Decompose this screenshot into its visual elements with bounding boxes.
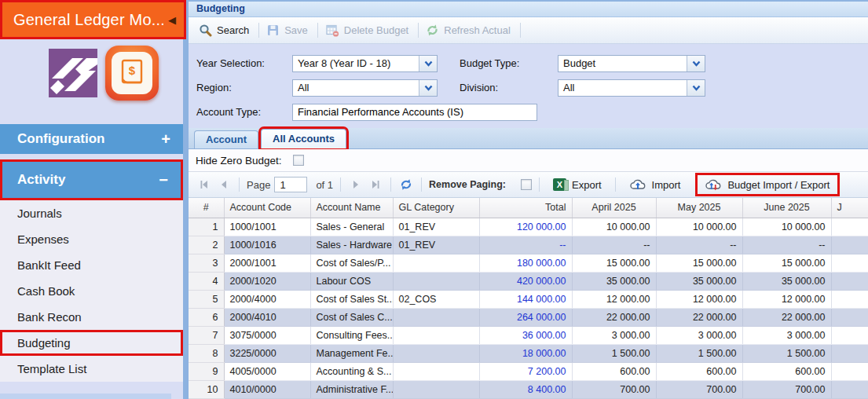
cell-account-code[interactable]: 2000/1001 <box>224 254 310 272</box>
cell-june-2025[interactable]: 600.00 <box>742 362 831 380</box>
cell-account-code[interactable]: 3075/0000 <box>224 326 310 344</box>
tab-all-accounts[interactable]: All Accounts <box>261 129 346 148</box>
cell-gl-category[interactable] <box>393 272 479 290</box>
cell-april-2025[interactable]: 3 000.00 <box>572 326 656 344</box>
cell-may-2025[interactable]: 3 000.00 <box>656 326 742 344</box>
cell-account-code[interactable]: 1000/1001 <box>224 218 310 236</box>
cell-account-code[interactable]: 2000/4000 <box>224 290 310 308</box>
column-header-june-2025[interactable]: June 2025 <box>742 198 831 218</box>
cell-total[interactable]: 8 400.00 <box>479 380 572 398</box>
cell-june-2025[interactable]: 1 500.00 <box>742 344 831 362</box>
cell-july-2025[interactable] <box>831 362 868 380</box>
cell-total[interactable]: 144 000.00 <box>479 290 572 308</box>
cell-june-2025[interactable]: 700.00 <box>742 380 831 398</box>
cell-june-2025[interactable]: 3 000.00 <box>742 326 831 344</box>
cell-april-2025[interactable]: 22 000.00 <box>572 308 656 326</box>
cell-july-2025[interactable] <box>831 326 868 344</box>
column-header-may-2025[interactable]: May 2025 <box>656 198 742 218</box>
column-header-april-2025[interactable]: April 2025 <box>572 198 656 218</box>
cell-may-2025[interactable]: -- <box>656 236 742 254</box>
sidebar-item-template-list[interactable]: Template List <box>0 356 183 382</box>
sidebar-item-bank-recon[interactable]: Bank Recon <box>0 304 183 330</box>
chevron-down-icon[interactable] <box>687 56 705 71</box>
cell-july-2025[interactable] <box>831 272 868 290</box>
company-logo-icon[interactable] <box>49 49 97 97</box>
cell-gl-category[interactable] <box>393 362 479 380</box>
column-header-j[interactable]: J <box>831 198 868 218</box>
cell-account-name[interactable]: Consulting Fees... <box>310 326 393 344</box>
panel-splitter[interactable] <box>183 0 189 399</box>
cell-june-2025[interactable]: 12 000.00 <box>742 290 831 308</box>
table-row[interactable]: 21000/1016Sales - Hardware01_REV-------- <box>189 236 868 254</box>
sidebar-section-configuration[interactable]: Configuration + <box>0 124 183 154</box>
cell-june-2025[interactable]: 22 000.00 <box>742 308 831 326</box>
column-header-gl-category[interactable]: GL Category <box>393 198 479 218</box>
hide-zero-budget-checkbox[interactable] <box>293 155 304 166</box>
table-row[interactable]: 11000/1001Sales - General01_REV120 000.0… <box>189 218 868 236</box>
region-dropdown[interactable]: All <box>292 79 438 97</box>
column-header-account-code[interactable]: Account Code <box>224 198 310 218</box>
chevron-down-icon[interactable] <box>419 80 437 96</box>
cell-account-name[interactable]: Management Fe... <box>310 344 393 362</box>
tab-account[interactable]: Account <box>194 130 258 148</box>
cell-total[interactable]: 7 200.00 <box>479 362 572 380</box>
export-button[interactable]: X Export <box>547 176 608 193</box>
year-selection-dropdown[interactable]: Year 8 (Year ID - 18) <box>292 55 438 72</box>
cell-april-2025[interactable]: 1 500.00 <box>572 344 656 362</box>
cell-gl-category[interactable]: 02_COS <box>393 290 479 308</box>
cell-account-name[interactable]: Accounting & S... <box>310 362 393 380</box>
account-type-input[interactable] <box>292 104 537 121</box>
column-header-account-name[interactable]: Account Name <box>310 198 393 218</box>
table-row[interactable]: 52000/4000Cost of Sales St...02_COS144 0… <box>189 290 868 308</box>
cell-gl-category[interactable]: 01_REV <box>393 218 479 236</box>
sidebar-item-expenses[interactable]: Expenses <box>0 226 183 252</box>
cell-april-2025[interactable]: 35 000.00 <box>572 272 656 290</box>
cell-account-name[interactable]: Cost of Sales C... <box>310 308 393 326</box>
cell-april-2025[interactable]: 600.00 <box>572 362 656 380</box>
cell-account-name[interactable]: Cost of Sales St... <box>310 290 393 308</box>
cell-may-2025[interactable]: 15 000.00 <box>656 254 742 272</box>
cell-july-2025[interactable] <box>831 218 868 236</box>
table-row[interactable]: 94005/0000Accounting & S...7 200.00600.0… <box>189 362 868 380</box>
table-row[interactable]: 62000/4010Cost of Sales C...264 000.0022… <box>189 308 868 326</box>
cell-april-2025[interactable]: 10 000.00 <box>572 218 656 236</box>
cell-april-2025[interactable]: 15 000.00 <box>572 254 656 272</box>
cell-account-code[interactable]: 4005/0000 <box>224 362 310 380</box>
sidebar-item-cash-book[interactable]: Cash Book <box>0 278 183 304</box>
cell-may-2025[interactable]: 600.00 <box>656 362 742 380</box>
column-header-total[interactable]: Total <box>479 198 572 218</box>
cell-june-2025[interactable]: 15 000.00 <box>742 254 831 272</box>
cell-account-code[interactable]: 3225/0000 <box>224 344 310 362</box>
cell-may-2025[interactable]: 700.00 <box>656 380 742 398</box>
prev-page-button[interactable] <box>216 177 232 192</box>
sidebar-item-journals[interactable]: Journals <box>0 200 183 226</box>
cell-june-2025[interactable]: 35 000.00 <box>742 272 831 290</box>
cell-account-code[interactable]: 4010/0000 <box>224 380 310 398</box>
page-number-input[interactable] <box>274 177 307 192</box>
cell-june-2025[interactable]: -- <box>742 236 831 254</box>
cell-total[interactable]: 120 000.00 <box>479 218 572 236</box>
cell-june-2025[interactable]: 10 000.00 <box>742 218 831 236</box>
cell-total[interactable]: 420 000.00 <box>479 272 572 290</box>
cell-april-2025[interactable]: 700.00 <box>572 380 656 398</box>
chevron-down-icon[interactable] <box>687 80 705 96</box>
save-button[interactable]: Save <box>262 21 314 39</box>
sidebar-section-activity[interactable]: Activity − <box>0 159 183 200</box>
cell-july-2025[interactable] <box>831 308 868 326</box>
cell-gl-category[interactable] <box>393 308 479 326</box>
table-row[interactable]: 83225/0000Management Fe...18 000.001 500… <box>189 344 868 362</box>
cell-gl-category[interactable] <box>393 326 479 344</box>
first-page-button[interactable] <box>196 177 212 192</box>
cell-may-2025[interactable]: 22 000.00 <box>656 308 742 326</box>
last-page-button[interactable] <box>368 177 383 192</box>
cell-account-name[interactable]: Cost of Sales/P... <box>310 254 393 272</box>
search-button[interactable]: Search <box>195 21 255 39</box>
cell-account-name[interactable]: Sales - General <box>310 218 393 236</box>
cell-july-2025[interactable] <box>831 290 868 308</box>
cell-gl-category[interactable]: 01_REV <box>393 236 479 254</box>
import-button[interactable]: Import <box>623 176 687 193</box>
column-header--[interactable]: # <box>189 198 224 218</box>
cell-july-2025[interactable] <box>831 236 868 254</box>
cell-total[interactable]: 264 000.00 <box>479 308 572 326</box>
cell-may-2025[interactable]: 35 000.00 <box>656 272 742 290</box>
